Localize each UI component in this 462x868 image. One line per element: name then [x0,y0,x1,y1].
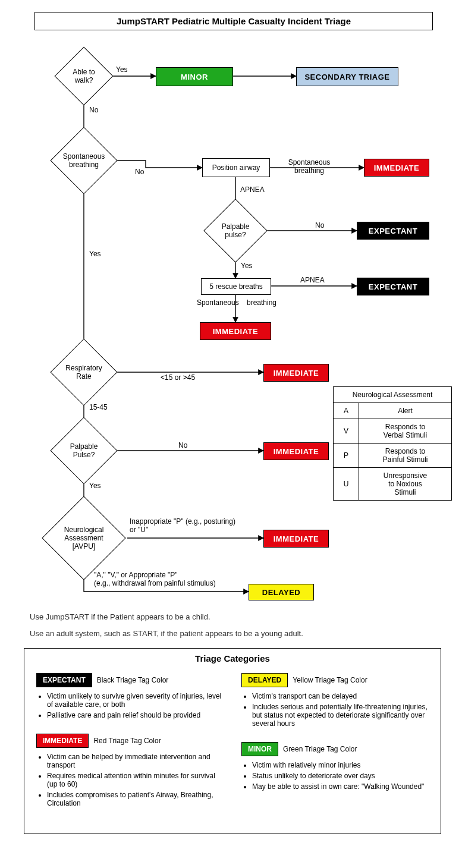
edge-neuro-good: "A," "V," or Appropriate "P" (e.g., with… [94,571,254,587]
edge-rr-bad: <15 or >45 [161,373,195,382]
legend-expectant: EXPECTANT Black Triage Tag Color Victim … [36,673,224,719]
tag-minor: MINOR [156,67,233,86]
legend-delayed: DELAYED Yellow Triage Tag Color Victim's… [241,673,429,728]
edge-pp1-yes: Yes [241,262,253,270]
tag-expectant-1: EXPECTANT [357,222,429,240]
edge-walk-yes: Yes [116,65,128,74]
edge-rr-good: 15-45 [89,403,108,411]
tag-immediate-neuro: IMMEDIATE [263,530,329,548]
legend-immediate: IMMEDIATE Red Triage Tag Color Victim ca… [36,734,224,807]
tag-immediate-pulse: IMMEDIATE [263,442,329,460]
tag-immediate-rr: IMMEDIATE [263,364,329,382]
step-rescue-breaths: 5 rescue breaths [201,278,271,295]
tag-secondary-triage: SECONDARY TRIAGE [296,67,398,86]
step-position-airway: Position airway [202,158,270,177]
usage-note-child: Use JumpSTART if the Patient appears to … [30,612,210,621]
avpu-header: Neurological Assessment [334,387,452,403]
edge-sb-no: No [135,168,144,176]
diagram-title: JumpSTART Pediatric Multiple Casualty In… [34,12,433,30]
edge-pa-apnea: APNEA [240,185,265,194]
legend-title: Triage Categories [24,653,441,663]
tag-immediate-rescue: IMMEDIATE [200,322,271,340]
avpu-table: Neurological Assessment AAlert VResponds… [333,386,452,501]
edge-pa-spont: Spontaneous breathing [279,158,339,175]
edge-pp1-no: No [315,221,324,229]
edge-neuro-bad: Inappropriate "P" (e.g., posturing) or "… [130,517,266,534]
usage-note-adult: Use an adult system, such as START, if t… [30,629,303,638]
edge-rescue-spont: Spontaneous breathing [189,298,284,307]
edge-pp2-no: No [178,441,187,449]
legend-minor: MINOR Green Triage Tag Color Victim with… [241,742,429,791]
edge-pp2-yes: Yes [89,482,101,490]
triage-categories-legend: Triage Categories EXPECTANT Black Triage… [24,648,441,834]
tag-delayed: DELAYED [249,584,314,600]
tag-immediate-airway: IMMEDIATE [364,159,429,177]
tag-expectant-2: EXPECTANT [357,278,429,295]
edge-sb-yes: Yes [89,250,101,258]
edge-rescue-apnea: APNEA [300,276,325,284]
edge-walk-no: No [89,106,98,114]
